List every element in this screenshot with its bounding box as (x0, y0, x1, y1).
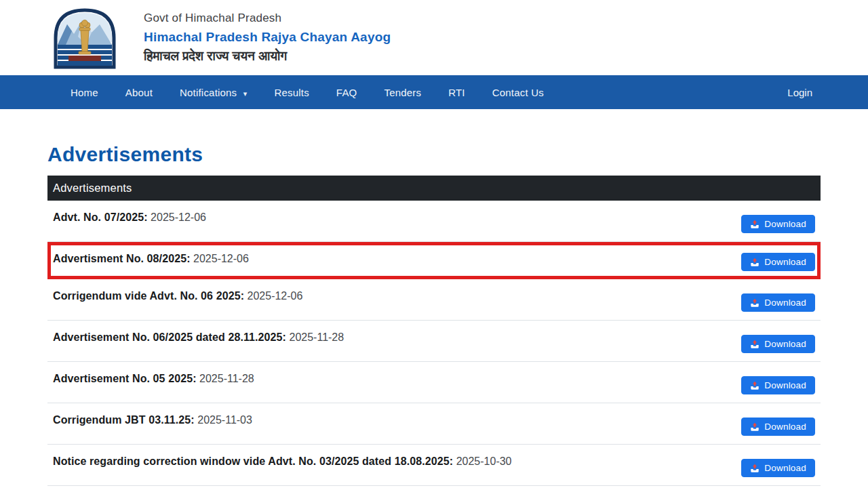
page-title: Advertisements (47, 143, 821, 166)
nav-item-home[interactable]: Home (57, 83, 112, 102)
brand-govt-line: Govt of Himachal Pradesh (144, 12, 391, 25)
main-navigation: Home About Notifications ▾ Results FAQ T… (0, 75, 868, 109)
brand-org-name: Himachal Pradesh Rajya Chayan Aayog (144, 30, 391, 45)
download-icon (750, 464, 760, 473)
main-content: Advertisements Advertisements Advt. No. … (47, 143, 821, 488)
advertisement-text: Corrigendum vide Advt. No. 06 2025: 2025… (53, 287, 302, 305)
advertisement-date: 2025-10-30 (456, 455, 512, 467)
advertisement-text: Advertisment No. 08/2025: 2025-12-06 (53, 250, 249, 268)
nav-item-contact-us[interactable]: Contact Us (479, 83, 557, 102)
download-button-label: Download (764, 257, 806, 267)
download-icon (750, 422, 760, 432)
advertisement-text: Advertisement No. 05 2025: 2025-11-28 (53, 370, 254, 388)
download-button-label: Download (764, 422, 806, 432)
download-button-label: Download (764, 219, 806, 229)
brand-org-name-hindi: हिमाचल प्रदेश राज्य चयन आयोग (144, 49, 391, 64)
advertisements-list: Advt. No. 07/2025: 2025-12-06 Download A… (47, 201, 821, 488)
advertisement-date: 2025-11-28 (290, 331, 344, 343)
nav-item-tenders[interactable]: Tenders (370, 83, 435, 102)
nav-item-rti[interactable]: RTI (435, 83, 479, 102)
download-icon (750, 340, 760, 349)
download-button[interactable]: Download (741, 459, 815, 477)
chevron-down-icon: ▾ (243, 89, 248, 98)
advertisement-title: Advertisement No. 05 2025: (53, 373, 197, 384)
download-button[interactable]: Download (741, 293, 815, 312)
download-button-label: Download (764, 463, 806, 473)
advertisement-row: Advt. No. 07/2025: 2025-12-06 Download (47, 201, 821, 242)
download-button-label: Download (764, 339, 806, 349)
advertisement-text: Notice regarding correction window vide … (53, 453, 512, 470)
nav-item-results[interactable]: Results (260, 83, 322, 102)
advertisement-row: Advertisement No. 06/2025 dated 28.11.20… (47, 321, 821, 362)
advertisement-date: 2025-11-28 (199, 373, 254, 384)
nav-list: Home About Notifications ▾ Results FAQ T… (57, 83, 557, 102)
advertisement-row: Corrigendum vide Advt. No. 06 2025: 2025… (47, 279, 821, 321)
download-button[interactable]: Download (741, 253, 815, 271)
advertisement-title: Corrigendum vide Advt. No. 06 2025: (53, 290, 244, 302)
download-button-label: Download (764, 298, 806, 308)
download-button[interactable]: Download (741, 376, 815, 394)
advertisement-title: Notice regarding correction window vide … (53, 455, 453, 467)
advertisement-title: Corrigendum JBT 03.11.25: (53, 414, 195, 426)
advertisement-text: Advt. No. 07/2025: 2025-12-06 (53, 209, 206, 226)
brand-text: Govt of Himachal Pradesh Himachal Prades… (144, 12, 391, 64)
advertisement-date: 2025-11-03 (197, 414, 252, 426)
download-button-label: Download (764, 380, 806, 390)
nav-item-faq[interactable]: FAQ (323, 83, 371, 102)
advertisement-date: 2025-12-06 (151, 211, 206, 223)
download-icon (750, 258, 760, 267)
nav-item-about[interactable]: About (112, 83, 166, 102)
advertisement-row: Advertisement No. 05 2025: 2025-11-28 Do… (47, 362, 821, 403)
nav-item-notifications[interactable]: Notifications ▾ (166, 83, 260, 102)
login-link[interactable]: Login (781, 83, 819, 102)
download-icon (750, 381, 760, 390)
hprcaayog-logo[interactable] (50, 7, 119, 69)
advertisement-date: 2025-12-06 (193, 253, 249, 264)
advertisement-text: Advertisement No. 06/2025 dated 28.11.20… (53, 329, 344, 346)
download-icon (750, 220, 760, 229)
download-button[interactable]: Download (741, 418, 815, 436)
advertisement-title: Advertisement No. 06/2025 dated 28.11.20… (53, 331, 286, 343)
download-button[interactable]: Download (741, 335, 815, 353)
advertisement-row: Advertisment No. 08/2025: 2025-12-06 Dow… (47, 242, 821, 279)
emblem-icon (50, 7, 119, 69)
advertisement-title: Advertisment No. 08/2025: (53, 253, 191, 264)
advertisement-date: 2025-12-06 (248, 290, 303, 302)
advertisements-table-header: Advertisements (47, 176, 821, 201)
advertisement-row: Notice regarding correction window vide … (47, 445, 821, 486)
advertisement-text: Corrigendum JBT 03.11.25: 2025-11-03 (53, 411, 252, 429)
site-header: Govt of Himachal Pradesh Himachal Prades… (0, 0, 868, 75)
download-icon (750, 298, 760, 308)
download-button[interactable]: Download (741, 215, 815, 233)
advertisement-title: Advt. No. 07/2025: (53, 211, 148, 223)
advertisement-row: Corrigendum JBT 03.11.25: 2025-11-03 Dow… (47, 403, 821, 445)
